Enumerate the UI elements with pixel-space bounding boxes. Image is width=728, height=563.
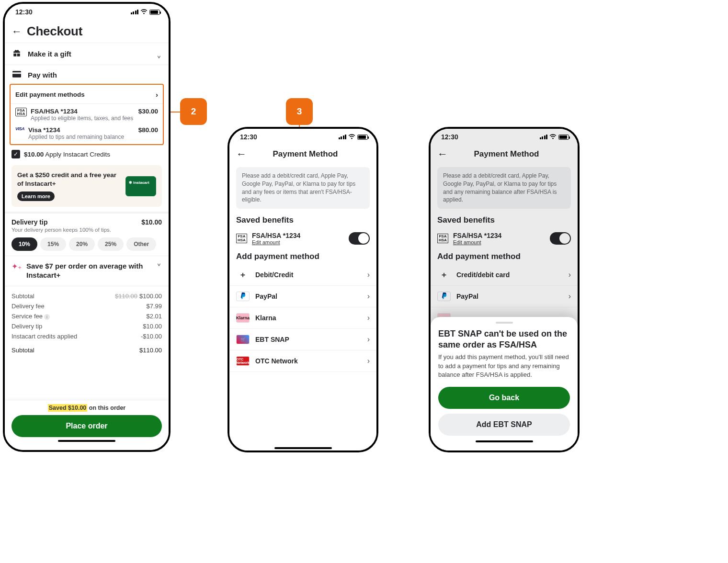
pm-otc[interactable]: OTCNetwork OTC Network ›: [229, 350, 376, 372]
tip-20[interactable]: 20%: [69, 237, 95, 251]
benefit-toggle[interactable]: [349, 232, 370, 245]
promo-card[interactable]: Get a $250 credit and a free year of Ins…: [11, 165, 162, 207]
chevron-right-icon: ›: [367, 292, 370, 301]
chevron-right-icon: ›: [367, 357, 370, 365]
apply-credits-row[interactable]: ✓ $10.00 Apply Instacart Credits: [5, 145, 169, 161]
add-ebt-button[interactable]: Add EBT SNAP: [438, 414, 570, 436]
instacart-plus-row[interactable]: ✦₊ Save $7 per order on average with Ins…: [5, 256, 169, 286]
status-time: 12:30: [240, 133, 257, 141]
sheet-body: If you add this payment method, you'll s…: [438, 353, 570, 379]
tip-sub: Your delivery person keeps 100% of tips.: [11, 227, 162, 233]
signal-icon: [540, 135, 548, 139]
chevron-down-icon: ⌄: [156, 47, 162, 60]
callout-3: 3: [286, 98, 313, 125]
chevron-right-icon: ›: [156, 90, 158, 99]
tip-15[interactable]: 15%: [40, 237, 66, 251]
sheet-grabber[interactable]: [496, 322, 513, 324]
home-indicator: [476, 440, 533, 442]
nav-bar: ← Checkout: [5, 20, 169, 43]
wifi-icon: [140, 9, 148, 16]
battery-icon: [558, 135, 569, 140]
benefit-name: FSA/HSA *1234: [453, 232, 545, 239]
checkbox-checked-icon[interactable]: ✓: [11, 150, 20, 158]
tip-10[interactable]: 10%: [11, 237, 37, 251]
info-icon[interactable]: i: [44, 314, 50, 320]
benefit-fsahsa: FSAHSA FSA/HSA *1234 Edit amount: [431, 228, 578, 249]
paypal-icon: [437, 292, 451, 301]
callout-2: 2: [180, 98, 207, 125]
pm2-sub: Applied to tips and remaining balance: [28, 134, 135, 140]
tip-heading: Delivery tip: [11, 218, 47, 226]
tip-section: Delivery tip $10.00 Your delivery person…: [5, 212, 169, 256]
learn-more-button[interactable]: Learn more: [17, 191, 55, 201]
plus-icon: ✦₊: [11, 262, 22, 280]
status-bar: 12:30: [5, 4, 169, 20]
checkout-phone: 12:30 ← Checkout Make it a gift: [3, 2, 171, 452]
paypal-icon: [236, 292, 250, 301]
nav-bar: ← Payment Method: [431, 145, 578, 163]
pm-paypal[interactable]: PayPal ›: [431, 286, 578, 307]
pm-credit-debit[interactable]: ＋ Credit/debit card ›: [431, 264, 578, 286]
fsa-tag: FSAHSA: [15, 108, 27, 116]
otc-icon: OTCNetwork: [236, 356, 250, 366]
add-method-heading: Add payment method: [431, 249, 578, 264]
svg-rect-1: [12, 72, 21, 74]
pm1-amount: $30.00: [138, 108, 158, 115]
footer: Saved $10.00 on this order Place order: [5, 401, 169, 450]
edit-amount-link[interactable]: Edit amount: [252, 239, 344, 245]
notice: Please add a debit/credit card, Apple Pa…: [236, 167, 370, 209]
payment-fsahsa: FSAHSA FSA/HSA *1234 Applied to eligible…: [11, 104, 163, 123]
instacart-card-icon: [125, 176, 156, 196]
signal-icon: [131, 10, 139, 14]
place-order-button[interactable]: Place order: [11, 415, 162, 437]
pm-debit-credit[interactable]: ＋ Debit/Credit ›: [229, 264, 376, 286]
status-bar: 12:30: [431, 129, 578, 145]
notice: Please add a debit/credit card, Apple Pa…: [437, 167, 571, 209]
gift-label: Make it a gift: [28, 50, 150, 58]
pm-klarna[interactable]: Klarna Klarna ›: [229, 307, 376, 329]
pm-paypal[interactable]: PayPal ›: [229, 286, 376, 307]
connector-2: [169, 112, 181, 113]
nav-bar: ← Payment Method: [229, 145, 376, 163]
battery-icon: [357, 135, 368, 140]
pm1-name: FSA/HSA *1234: [31, 108, 135, 115]
plus-icon: ＋: [236, 270, 250, 280]
back-icon[interactable]: ←: [11, 26, 22, 37]
pm2-name: Visa *1234: [28, 126, 135, 134]
pm-ebt-snap[interactable]: 🛒 EBT SNAP ›: [229, 329, 376, 350]
page-title: Checkout: [27, 24, 82, 39]
fsa-icon: FSAHSA: [437, 234, 448, 243]
edit-amount-link[interactable]: Edit amount: [453, 239, 545, 245]
home-indicator: [274, 447, 332, 449]
plus-icon: ＋: [437, 270, 451, 280]
go-back-button[interactable]: Go back: [438, 387, 570, 409]
saved-benefits-heading: Saved benefits: [431, 213, 578, 228]
home-indicator: [58, 440, 115, 442]
page-title: Payment Method: [241, 149, 370, 159]
benefit-name: FSA/HSA *1234: [252, 232, 344, 239]
klarna-icon: Klarna: [236, 313, 250, 323]
benefit-toggle[interactable]: [550, 232, 571, 245]
tip-25[interactable]: 25%: [98, 237, 124, 251]
battery-icon: [149, 10, 160, 15]
chevron-down-icon: ⌄: [156, 256, 162, 286]
edit-payment-methods[interactable]: Edit payment methods ›: [11, 87, 163, 104]
payment-visa: VISA Visa *1234 Applied to tips and rema…: [11, 123, 163, 141]
card-icon: [11, 71, 22, 79]
fsa-icon: FSAHSA: [236, 234, 247, 243]
payment-method-phone-1: 12:30 ← Payment Method Please add a debi…: [228, 127, 378, 452]
pm2-amount: $80.00: [138, 126, 158, 134]
tip-other[interactable]: Other: [126, 237, 156, 251]
signal-icon: [339, 135, 347, 139]
gift-row[interactable]: Make it a gift ⌄: [5, 43, 169, 65]
wifi-icon: [348, 134, 355, 141]
chevron-right-icon: ›: [569, 292, 571, 301]
chevron-right-icon: ›: [367, 314, 370, 322]
status-bar: 12:30: [229, 129, 376, 145]
gift-icon: [11, 49, 22, 59]
payment-panel: Edit payment methods › FSAHSA FSA/HSA *1…: [10, 84, 164, 145]
ebt-sheet: EBT SNAP can't be used on the same order…: [431, 317, 578, 450]
status-time: 12:30: [15, 8, 33, 16]
order-totals: Subtotal$110.00$100.00 Delivery fee$7.99…: [5, 286, 169, 360]
paywith-row: Pay with: [5, 65, 169, 82]
